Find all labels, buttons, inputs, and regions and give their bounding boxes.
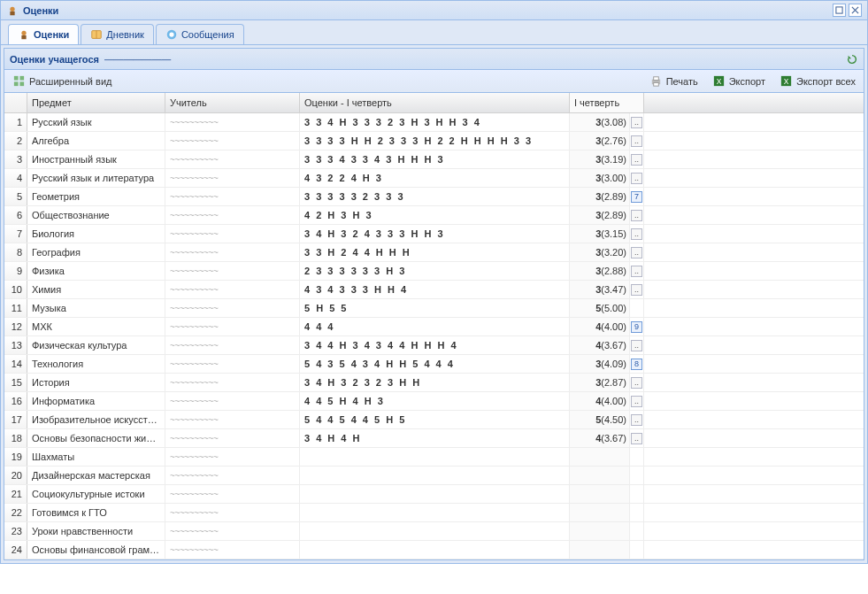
row-detail-button[interactable]: .. — [631, 117, 642, 128]
marks-cell: 3 3 3 4 3 3 4 3 Н Н Н 3 — [300, 150, 570, 168]
table-row[interactable]: 22Готовимся к ГТО~~~~~~~~~~ — [4, 504, 864, 522]
print-button[interactable]: Печать — [647, 73, 701, 89]
subject-cell: Основы финансовой грам… — [27, 541, 165, 559]
subject-cell: Технология — [27, 355, 165, 373]
svg-rect-9 — [14, 76, 19, 81]
svg-rect-12 — [19, 81, 24, 86]
row-detail-button[interactable]: .. — [631, 284, 642, 296]
table-row[interactable]: 13Физическая культура~~~~~~~~~~3 4 4 Н 3… — [4, 336, 864, 355]
close-button[interactable] — [849, 4, 862, 17]
table-row[interactable]: 15История~~~~~~~~~~3 4 Н 3 2 3 2 3 Н Н3 … — [4, 374, 864, 392]
col-header-marks[interactable]: Оценки - I четверть — [300, 93, 570, 112]
col-header-teacher[interactable]: Учитель — [165, 93, 300, 112]
table-row[interactable]: 17Изобразительное искусст…~~~~~~~~~~5 4 … — [4, 411, 864, 429]
row-detail-button[interactable]: 7 — [631, 191, 642, 203]
table-row[interactable]: 12МХК~~~~~~~~~~4 4 44 (4.00)9 — [4, 318, 864, 336]
subject-cell: Дизайнерская мастерская — [27, 467, 165, 484]
row-detail-button[interactable]: .. — [631, 266, 642, 277]
subject-cell: Музыка — [27, 299, 165, 317]
table-row[interactable]: 5Геометрия~~~~~~~~~~3 3 3 3 3 2 3 3 33 (… — [4, 188, 864, 206]
export-button[interactable]: X Экспорт — [710, 73, 768, 89]
panel-header: Оценки учащегося ——————— — [4, 49, 864, 70]
table-row[interactable]: 1Русский язык~~~~~~~~~~3 3 4 Н 3 3 3 2 3… — [4, 113, 864, 132]
row-detail-button[interactable]: .. — [631, 247, 642, 258]
row-detail-button[interactable]: .. — [631, 228, 642, 240]
row-action-cell — [630, 299, 644, 317]
quarter-cell — [570, 448, 630, 466]
row-detail-button[interactable]: .. — [631, 173, 642, 184]
teacher-cell: ~~~~~~~~~~ — [165, 206, 300, 224]
col-header-subject[interactable]: Предмет — [27, 93, 165, 112]
row-number: 6 — [4, 206, 27, 224]
row-detail-button[interactable]: .. — [631, 210, 642, 221]
row-detail-button[interactable]: .. — [631, 433, 642, 444]
table-row[interactable]: 2Алгебра~~~~~~~~~~3 3 3 3 Н Н 2 3 3 3 Н … — [4, 132, 864, 150]
teacher-cell: ~~~~~~~~~~ — [165, 485, 300, 503]
svg-rect-4 — [21, 35, 26, 39]
table-row[interactable]: 10Химия~~~~~~~~~~4 3 4 3 3 3 Н Н 43 (3.4… — [4, 281, 864, 299]
window-controls — [833, 4, 862, 17]
row-detail-button[interactable]: 8 — [631, 359, 642, 370]
row-detail-button[interactable]: .. — [631, 377, 642, 389]
row-action-cell: .. — [630, 150, 644, 168]
table-row[interactable]: 16Информатика~~~~~~~~~~4 4 5 Н 4 Н 34 (4… — [4, 392, 864, 411]
teacher-cell: ~~~~~~~~~~ — [165, 225, 300, 243]
row-detail-button[interactable]: .. — [631, 135, 642, 147]
quarter-cell: 3 (3.47) — [570, 281, 630, 298]
print-label: Печать — [666, 76, 698, 87]
refresh-button[interactable] — [845, 52, 858, 66]
table-row[interactable]: 7Биология~~~~~~~~~~3 4 Н 3 2 4 3 3 3 Н Н… — [4, 225, 864, 243]
subject-cell: Основы безопасности жи… — [27, 429, 165, 447]
teacher-cell: ~~~~~~~~~~ — [165, 429, 300, 447]
table-row[interactable]: 18Основы безопасности жи…~~~~~~~~~~3 4 Н… — [4, 429, 864, 448]
table-row[interactable]: 8География~~~~~~~~~~3 3 Н 2 4 4 Н Н Н3 (… — [4, 243, 864, 262]
export-all-button[interactable]: X Экспорт всех — [777, 73, 858, 89]
col-header-number[interactable] — [4, 93, 27, 112]
quarter-cell: 3 (2.76) — [570, 132, 630, 150]
row-detail-button[interactable]: .. — [631, 340, 642, 351]
marks-cell: 4 4 4 — [300, 318, 570, 336]
table-row[interactable]: 24Основы финансовой грам…~~~~~~~~~~ — [4, 541, 864, 559]
row-detail-button[interactable]: .. — [631, 414, 642, 426]
svg-text:X: X — [784, 77, 789, 86]
marks-cell: 5 4 4 5 4 4 5 Н 5 — [300, 411, 570, 428]
table-row[interactable]: 9Физика~~~~~~~~~~2 3 3 3 3 3 3 Н 33 (2.8… — [4, 262, 864, 281]
row-action-cell: 7 — [630, 188, 644, 205]
expanded-view-label: Расширенный вид — [29, 76, 111, 87]
subject-cell: Готовимся к ГТО — [27, 504, 165, 521]
table-row[interactable]: 6Обществознание~~~~~~~~~~4 2 Н 3 Н 33 (2… — [4, 206, 864, 225]
row-action-cell: 8 — [630, 355, 644, 373]
col-header-quarter[interactable]: I четверть — [570, 93, 644, 112]
row-number: 21 — [4, 485, 27, 503]
expanded-view-button[interactable]: Расширенный вид — [10, 73, 114, 89]
table-row[interactable]: 19Шахматы~~~~~~~~~~ — [4, 448, 864, 467]
marks-cell: 3 3 3 3 Н Н 2 3 3 3 Н 2 2 Н Н Н Н 3 3 — [300, 132, 570, 150]
maximize-button[interactable] — [833, 4, 846, 17]
table-row[interactable]: 14Технология~~~~~~~~~~5 4 3 5 4 3 4 Н Н … — [4, 355, 864, 374]
subject-cell: Иностранный язык — [27, 150, 165, 168]
teacher-cell: ~~~~~~~~~~ — [165, 132, 300, 150]
teacher-cell: ~~~~~~~~~~ — [165, 336, 300, 354]
table-row[interactable]: 20Дизайнерская мастерская~~~~~~~~~~ — [4, 467, 864, 485]
marks-cell: 3 4 Н 3 2 4 3 3 3 Н Н 3 — [300, 225, 570, 243]
svg-text:X: X — [716, 77, 721, 86]
row-detail-button[interactable]: 9 — [631, 321, 642, 333]
teacher-cell: ~~~~~~~~~~ — [165, 522, 300, 540]
row-detail-button[interactable]: .. — [631, 396, 642, 407]
table-row[interactable]: 11Музыка~~~~~~~~~~5 Н 5 55 (5.00) — [4, 299, 864, 318]
table-row[interactable]: 21Социокультурные истоки~~~~~~~~~~ — [4, 485, 864, 504]
tab-grades[interactable]: Оценки — [8, 24, 79, 44]
row-action-cell: .. — [630, 336, 644, 354]
table-row[interactable]: 23Уроки нравственности~~~~~~~~~~ — [4, 522, 864, 541]
row-number: 16 — [4, 392, 27, 410]
table-row[interactable]: 3Иностранный язык~~~~~~~~~~3 3 3 4 3 3 4… — [4, 150, 864, 169]
teacher-cell: ~~~~~~~~~~ — [165, 541, 300, 559]
tab-messages[interactable]: Сообщения — [156, 24, 244, 44]
teacher-cell: ~~~~~~~~~~ — [165, 262, 300, 280]
subject-cell: Геометрия — [27, 188, 165, 205]
tab-diary[interactable]: Дневник — [81, 24, 154, 44]
table-row[interactable]: 4Русский язык и литература~~~~~~~~~~4 3 … — [4, 169, 864, 188]
row-detail-button[interactable]: .. — [631, 154, 642, 166]
window-title: Оценки — [6, 4, 58, 17]
subject-cell: Обществознание — [27, 206, 165, 224]
